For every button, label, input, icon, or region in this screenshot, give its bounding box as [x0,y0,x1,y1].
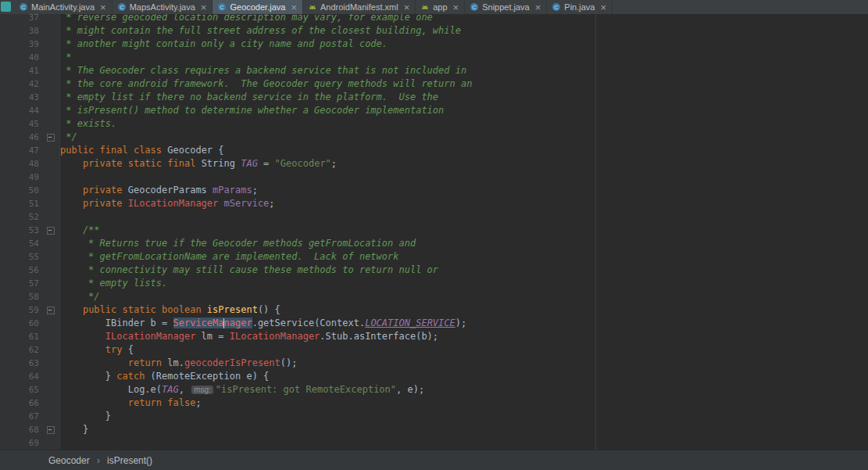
tab-snippet-java[interactable]: CSnippet.java× [465,0,547,14]
code-line[interactable]: 64 } catch (RemoteException e) { [0,370,868,383]
code-text: public static boolean isPresent() { [60,303,280,317]
line-number[interactable]: 64 [0,370,39,383]
line-number[interactable]: 39 [0,38,39,51]
code-line[interactable]: 38 * might contain the full street addre… [0,24,868,38]
line-number[interactable]: 50 [0,184,39,197]
line-number[interactable]: 38 [0,24,39,38]
code-line[interactable]: 46 */ [0,131,868,144]
code-token: Geocoder { [167,145,223,156]
close-tab-icon[interactable]: × [100,2,106,13]
line-number[interactable]: 51 [0,197,39,210]
code-line[interactable]: 57 * empty lists. [0,277,868,290]
line-number[interactable]: 47 [0,144,39,157]
tab-geocoder-java[interactable]: CGeocoder.java× [213,0,303,14]
code-line[interactable]: 44 * isPresent() method to determine whe… [0,104,868,117]
line-number[interactable]: 40 [0,51,39,64]
line-number[interactable]: 62 [0,343,39,357]
code-line[interactable]: 53 /** [0,224,868,237]
close-tab-icon[interactable]: × [404,2,410,13]
line-number[interactable]: 58 [0,290,39,303]
line-number[interactable]: 69 [0,436,39,450]
fold-marker-icon[interactable] [39,131,60,144]
tab-label: Pin.java [564,2,595,12]
line-number[interactable]: 41 [0,64,39,77]
code-text: * getFromLocationName are implemented. L… [60,250,398,264]
line-number[interactable]: 65 [0,383,39,396]
line-number[interactable]: 63 [0,357,39,370]
code-line[interactable]: 54 * Returns true if the Geocoder method… [0,237,868,250]
line-number[interactable]: 52 [0,210,39,224]
code-line[interactable]: 48 private static final String TAG = "Ge… [0,157,868,170]
fold-marker-icon[interactable] [39,303,60,317]
fold-gutter [39,264,60,277]
code-text: * connectivity may still cause these met… [60,264,438,277]
fold-marker-icon[interactable] [39,423,60,436]
fold-gutter [39,104,60,117]
code-line[interactable]: 39 * another might contain only a city n… [0,38,868,51]
code-token [60,357,128,368]
code-line[interactable]: 43 * empty list if there no backend serv… [0,91,868,104]
code-token: mService [224,198,270,209]
code-line[interactable]: 67 } [0,410,868,423]
code-line[interactable]: 58 */ [0,290,868,303]
line-number[interactable]: 53 [0,224,39,237]
tab-app[interactable]: app× [416,0,465,14]
fold-gutter [39,117,60,131]
line-number[interactable]: 48 [0,157,39,170]
tab-androidmanifest-xml[interactable]: AndroidManifest.xml× [303,0,416,14]
tab-pin-java[interactable]: CPin.java× [547,0,613,14]
code-line[interactable]: 50 private GeocoderParams mParams; [0,184,868,197]
code-line[interactable]: 68 } [0,423,868,436]
line-number[interactable]: 61 [0,330,39,343]
breadcrumb-item[interactable]: Geocoder [48,455,90,466]
code-line[interactable]: 66 return false; [0,396,868,410]
line-number[interactable]: 37 [0,14,39,24]
line-number[interactable]: 59 [0,303,39,317]
close-tab-icon[interactable]: × [291,2,297,13]
code-line[interactable]: 42 * the core android framework. The Geo… [0,77,868,91]
close-tab-icon[interactable]: × [600,2,606,13]
code-line[interactable]: 60 IBinder b = ServiceManager.getService… [0,317,868,330]
line-number[interactable]: 60 [0,317,39,330]
code-line[interactable]: 47public final class Geocoder { [0,144,868,157]
line-number[interactable]: 55 [0,250,39,264]
code-area[interactable]: 37 * reverse geocoded location descripti… [0,14,868,450]
line-number[interactable]: 46 [0,131,39,144]
code-line[interactable]: 69 [0,436,868,450]
close-tab-icon[interactable]: × [201,2,207,13]
line-number[interactable]: 44 [0,104,39,117]
code-line[interactable]: 56 * connectivity may still cause these … [0,264,868,277]
tab-mapsactivity-java[interactable]: CMapsActivity.java× [113,0,213,14]
code-token: nager [224,318,252,328]
code-token: lm = [195,331,229,342]
code-line[interactable]: 37 * reverse geocoded location descripti… [0,14,868,24]
code-line[interactable]: 61 ILocationManager lm = ILocationManage… [0,330,868,343]
line-number[interactable]: 57 [0,277,39,290]
close-tab-icon[interactable]: × [453,2,459,13]
fold-marker-icon[interactable] [39,224,60,237]
code-line[interactable]: 41 * The Geocoder class requires a backe… [0,64,868,77]
code-line[interactable]: 63 return lm.geocoderIsPresent(); [0,357,868,370]
code-line[interactable]: 45 * exists. [0,117,868,131]
code-line[interactable]: 52 [0,210,868,224]
line-number[interactable]: 43 [0,91,39,104]
breadcrumb-item[interactable]: isPresent() [107,455,152,466]
line-number[interactable]: 56 [0,264,39,277]
code-line[interactable]: 62 try { [0,343,868,357]
line-number[interactable]: 54 [0,237,39,250]
code-line[interactable]: 40 * [0,51,868,64]
code-line[interactable]: 49 [0,170,868,184]
line-number[interactable]: 66 [0,396,39,410]
line-number[interactable]: 67 [0,410,39,423]
line-number[interactable]: 68 [0,423,39,436]
line-number[interactable]: 45 [0,117,39,131]
line-number[interactable]: 42 [0,77,39,91]
code-line[interactable]: 65 Log.e(TAG, msg:"isPresent: got Remote… [0,383,868,396]
close-tab-icon[interactable]: × [535,2,541,13]
code-line[interactable]: 55 * getFromLocationName are implemented… [0,250,868,264]
tab-mainactivity-java[interactable]: CMainActivity.java× [14,0,113,14]
code-line[interactable]: 51 private ILocationManager mService; [0,197,868,210]
editor[interactable]: 37 * reverse geocoded location descripti… [0,14,868,450]
code-line[interactable]: 59 public static boolean isPresent() { [0,303,868,317]
line-number[interactable]: 49 [0,170,39,184]
